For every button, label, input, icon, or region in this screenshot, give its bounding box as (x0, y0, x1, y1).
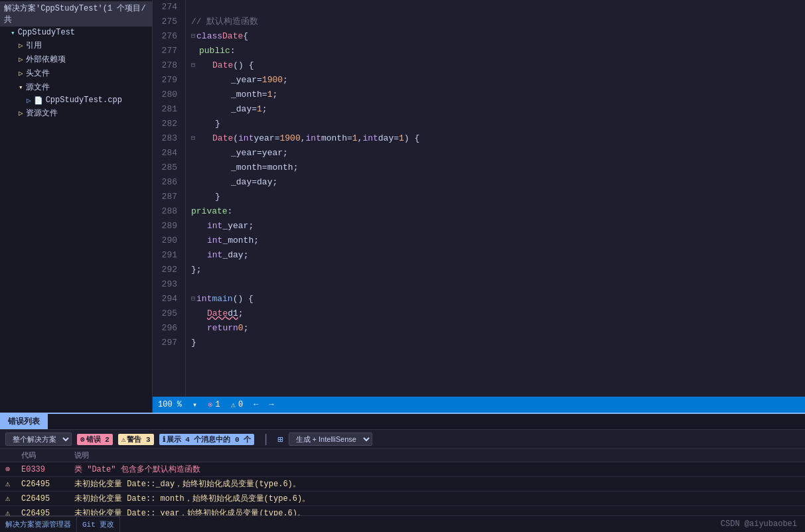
variable: year (262, 146, 283, 161)
punctuation: } (215, 117, 220, 131)
keyword: int (196, 292, 212, 306)
zoom-dropdown[interactable]: ▾ (192, 400, 197, 410)
bottom-bar: 解决方案资源管理器 Git 更改 CSDN @aiyubaobei (0, 515, 805, 532)
sidebar: 解决方案'CppStudyTest'(1 个项目/共 ▾ CppStudyTes… (0, 0, 153, 413)
operator: = (347, 131, 352, 146)
variable: year (254, 131, 274, 146)
comment-text: // 默认构造函数 (191, 15, 258, 29)
classname: Date (207, 306, 228, 321)
code-line: } (191, 336, 800, 350)
collapse-icon-3[interactable]: ⊟ (191, 131, 195, 146)
row-type-icon: ⊗ (0, 462, 16, 477)
punctuation: ; (283, 73, 288, 88)
keyword: int (207, 233, 222, 248)
punctuation: ) { (404, 131, 419, 146)
sidebar-item-mainfile[interactable]: ▷ 📄 CppStudyTest.cpp (0, 94, 152, 106)
sidebar-item-ref-label: 引用 (26, 40, 42, 51)
sidebar-item-solution[interactable]: ▾ CppStudyTest (0, 27, 152, 38)
separator: | (262, 432, 269, 446)
code-view[interactable]: 274 275 276 277 278 279 280 281 282 283 … (153, 0, 805, 397)
error-indicator: ⊗ 1 (208, 400, 220, 410)
punctuation: } (191, 336, 196, 350)
sidebar-item-resources[interactable]: ▷ 资源文件 (0, 106, 152, 120)
code-line: int _day ; (191, 248, 800, 263)
sidebar-item-ref[interactable]: ▷ 引用 (0, 38, 152, 52)
table-row[interactable]: ⚠ C26495 未初始化变量 Date::_year，始终初始化成员变量(ty… (0, 506, 805, 516)
build-filter-dropdown[interactable]: 生成 + IntelliSense (289, 432, 372, 446)
chevron-icon: ▷ (27, 96, 31, 105)
folder-icon-3: ▷ (19, 69, 23, 78)
sidebar-header: 解决方案'CppStudyTest'(1 个项目/共 (0, 1, 152, 27)
variable: day (378, 131, 394, 146)
punctuation: : (230, 44, 236, 58)
keyword: int (238, 131, 254, 146)
warning-icon-badge: ⚠ (121, 435, 126, 444)
table-row[interactable]: ⊗ E0339 类 "Date" 包含多个默认构造函数 (0, 462, 805, 477)
punctuation: : (228, 204, 233, 219)
code-line: int _year ; (191, 219, 800, 233)
filter-icon: ⊞ (277, 434, 283, 445)
nav-arrows-right[interactable]: → (269, 400, 273, 409)
code-line: } (191, 117, 800, 131)
col-type (0, 449, 16, 462)
editor-area: 274 275 276 277 278 279 280 281 282 283 … (153, 0, 805, 413)
access-modifier: public (199, 44, 230, 58)
info-badge-label: 展示 4 个消息中的 0 个 (167, 434, 252, 444)
file-icon: 📄 (34, 96, 43, 105)
folder-icon-4: ▾ (19, 83, 23, 92)
error-badge[interactable]: ⊗ 错误 2 (77, 434, 113, 445)
code-line: _month = month ; (191, 161, 800, 175)
collapse-icon[interactable]: ⊟ (191, 29, 195, 44)
classname: Date (212, 58, 233, 73)
error-list-tab-label: 错误列表 (8, 417, 40, 427)
error-count: 1 (215, 400, 220, 409)
punctuation: ; (244, 248, 249, 263)
row-type-icon: ⚠ (0, 506, 16, 516)
variable: month (267, 161, 293, 175)
sidebar-bottom-tabs: 解决方案资源管理器 Git 更改 (0, 516, 120, 532)
punctuation: ; (248, 219, 254, 233)
sidebar-tab-solution[interactable]: 解决方案资源管理器 (0, 517, 77, 532)
number: 1 (257, 102, 262, 117)
warning-badge-label: 警告 3 (127, 434, 150, 444)
warning-badge[interactable]: ⚠ 警告 3 (118, 434, 154, 445)
code-line: // 默认构造函数 (191, 15, 800, 29)
variable: _month (231, 88, 262, 102)
code-line (191, 277, 800, 292)
keyword: return (207, 321, 238, 336)
punctuation: ; (262, 102, 267, 117)
sidebar-tab-solution-label: 解决方案资源管理器 (5, 521, 71, 529)
collapse-icon-4[interactable]: ⊟ (191, 292, 195, 306)
punctuation: ( (233, 131, 238, 146)
code-line: }; (191, 263, 800, 277)
sidebar-item-sources[interactable]: ▾ 源文件 (0, 80, 152, 94)
info-badge[interactable]: ℹ 展示 4 个消息中的 0 个 (159, 434, 255, 445)
row-code: C26495 (16, 477, 69, 492)
code-line: _year = 1900 ; (191, 73, 800, 88)
number: 1 (267, 88, 273, 102)
sidebar-tab-git[interactable]: Git 更改 (77, 517, 120, 532)
sidebar-item-headers[interactable]: ▷ 头文件 (0, 66, 152, 80)
sidebar-item-sources-label: 源文件 (26, 82, 50, 93)
row-type-icon: ⚠ (0, 477, 16, 492)
function: main (212, 292, 232, 306)
code-content[interactable]: // 默认构造函数 ⊟ class Date { public (186, 0, 805, 397)
error-list-tab[interactable]: 错误列表 (0, 414, 48, 429)
code-line: private : (191, 204, 800, 219)
zoom-level: 100 % (158, 400, 182, 409)
sidebar-item-extdeps-label: 外部依赖项 (26, 54, 66, 65)
nav-arrows[interactable]: ← (254, 400, 258, 409)
collapse-icon-2[interactable]: ⊟ (191, 58, 195, 73)
code-line: Date d1 ; (191, 306, 800, 321)
punctuation: ; (293, 161, 299, 175)
number: 1900 (262, 73, 283, 88)
sidebar-title: 解决方案'CppStudyTest'(1 个项目/共 (4, 3, 148, 25)
table-row[interactable]: ⚠ C26495 未初始化变量 Date:: month，始终初始化成员变量(t… (0, 492, 805, 506)
scope-dropdown[interactable]: 整个解决方案 (5, 432, 72, 446)
table-row[interactable]: ⚠ C26495 未初始化变量 Date::_day，始终初始化成员变量(typ… (0, 477, 805, 492)
punctuation: ; (238, 306, 244, 321)
error-toolbar: 整个解决方案 ⊗ 错误 2 ⚠ 警告 3 ℹ 展示 4 个消息中的 0 个 | … (0, 430, 805, 449)
warning-indicator: ⚠ 0 (231, 400, 243, 410)
code-line: ⊟ Date () { (191, 58, 800, 73)
sidebar-item-extdeps[interactable]: ▷ 外部依赖项 (0, 52, 152, 66)
